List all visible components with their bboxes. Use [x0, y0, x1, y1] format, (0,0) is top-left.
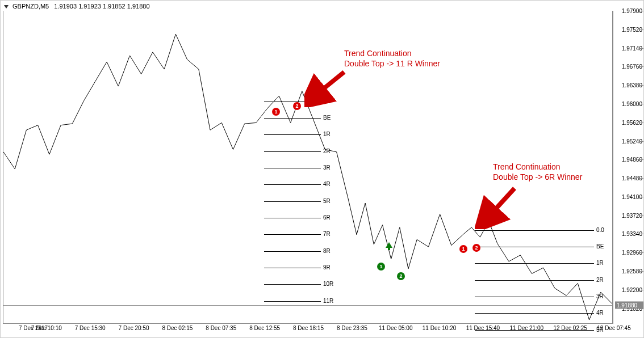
r-level-line	[264, 118, 321, 119]
x-tick: 11 Dec 21:00	[510, 325, 544, 331]
svg-marker-4	[386, 242, 392, 250]
y-axis: 1.979001.975201.971401.967601.963801.960…	[613, 11, 643, 324]
marker-red-1: 1	[459, 245, 467, 253]
y-tick: 1.94100	[622, 193, 642, 200]
svg-line-3	[485, 188, 515, 221]
r-level-line	[264, 251, 321, 252]
x-tick: 11 Dec 10:20	[423, 325, 457, 331]
r-level-line	[475, 247, 594, 247]
symbol-label: GBPNZD,M5	[12, 3, 49, 10]
y-tick: 1.92960	[622, 250, 642, 256]
y-tick: 1.92580	[622, 268, 642, 274]
x-tick: 8 Dec 07:35	[206, 325, 236, 331]
r-level-label: 4R	[323, 181, 331, 187]
y-tick: 1.93720	[622, 212, 642, 218]
r-level-line	[475, 280, 594, 281]
entry-arrow-icon	[386, 242, 392, 250]
ohlc-values: 1.91903 1.91923 1.91852 1.91880	[54, 3, 149, 10]
x-tick: 8 Dec 23:35	[337, 325, 367, 331]
y-tick: 1.96000	[622, 100, 642, 107]
y-tick: 1.96380	[622, 82, 642, 88]
r-level-line	[264, 284, 321, 285]
annotation-2-l2: Double Top -> 6R Winner	[493, 172, 582, 182]
y-tick: 1.92200	[622, 286, 642, 293]
r-level-label: 1R	[596, 260, 604, 266]
svg-line-1	[311, 72, 344, 99]
marker-red-2: 2	[293, 102, 301, 110]
annotation-1-l2: Double Top -> 11 R Winner	[344, 58, 440, 69]
r-level-line	[475, 263, 594, 264]
r-level-line	[264, 151, 321, 152]
annotation-2-l1: Trend Continuation	[493, 162, 582, 172]
marker-green-1: 1	[377, 263, 385, 271]
r-level-line	[475, 230, 594, 231]
dropdown-icon[interactable]	[4, 5, 9, 9]
y-tick: 1.95620	[622, 119, 642, 125]
x-tick: 8 Dec 18:15	[293, 325, 324, 331]
r-level-label: 2R	[596, 277, 604, 283]
r-level-label: 2R	[323, 148, 331, 154]
current-price-line	[3, 305, 612, 306]
x-tick: 11 Dec 05:00	[379, 325, 413, 331]
y-tick: 1.96760	[622, 64, 642, 70]
x-axis: 7 Dec 20177 Dec 10:107 Dec 15:307 Dec 20…	[3, 325, 613, 335]
r-level-label: 8R	[323, 248, 331, 254]
x-tick: 8 Dec 12:55	[249, 325, 280, 331]
y-tick: 1.97520	[622, 26, 642, 32]
r-level-line	[264, 301, 321, 302]
arrow-2-icon	[475, 184, 520, 229]
r-level-line	[264, 218, 321, 218]
annotation-1-l1: Trend Continuation	[344, 48, 440, 58]
r-level-label: 1R	[323, 131, 331, 137]
r-level-line	[264, 168, 321, 168]
y-tick: 1.94480	[622, 175, 642, 181]
x-tick: 12 Dec 02:25	[553, 325, 587, 331]
annotation-2: Trend Continuation Double Top -> 6R Winn…	[493, 162, 582, 182]
r-level-label: 0.0	[596, 227, 604, 233]
r-level-line	[475, 297, 594, 297]
y-tick: 1.94860	[622, 157, 642, 163]
marker-green-2: 2	[397, 272, 405, 280]
x-tick: 7 Dec 20:50	[119, 325, 149, 331]
y-tick: 1.93340	[622, 231, 642, 237]
r-level-label: 3R	[596, 293, 604, 299]
x-tick: 8 Dec 02:15	[162, 325, 193, 331]
r-level-label: BE	[323, 115, 331, 121]
x-tick: 7 Dec 10:10	[31, 325, 62, 331]
x-tick: 11 Dec 15:40	[466, 325, 500, 331]
r-level-label: 5R	[323, 198, 331, 204]
marker-red-1: 1	[272, 108, 280, 116]
r-level-line	[264, 201, 321, 202]
annotation-1: Trend Continuation Double Top -> 11 R Wi…	[344, 48, 440, 69]
r-level-label: 7R	[323, 231, 331, 237]
arrow-1-icon	[304, 67, 350, 107]
r-level-label: 10R	[323, 281, 333, 287]
y-tick: 1.97140	[622, 45, 642, 51]
r-level-line	[264, 268, 321, 268]
r-level-label: BE	[596, 243, 604, 250]
r-level-label: 11R	[323, 298, 333, 304]
r-level-line	[264, 234, 321, 235]
chart-header: GBPNZD,M5 1.91903 1.91923 1.91852 1.9188…	[4, 3, 150, 10]
y-tick: 1.97900	[622, 8, 642, 14]
x-tick: 7 Dec 15:30	[75, 325, 106, 331]
price-tag: 1.91880	[615, 302, 643, 309]
r-level-label: 9R	[323, 264, 331, 271]
r-level-line	[264, 134, 321, 135]
r-level-label: 6R	[323, 214, 331, 221]
x-tick: 12 Dec 07:45	[597, 325, 631, 331]
marker-red-2: 2	[472, 244, 480, 252]
y-tick: 1.95240	[622, 138, 642, 144]
r-level-label: 4R	[596, 310, 604, 316]
r-level-line	[264, 184, 321, 185]
r-level-label: 3R	[323, 164, 331, 171]
r-level-line	[475, 313, 594, 314]
chart-area[interactable]: 0.0BE1R2R3R4R5R6R7R8R9R10R11R 0.0BE1R2R3…	[3, 11, 613, 324]
